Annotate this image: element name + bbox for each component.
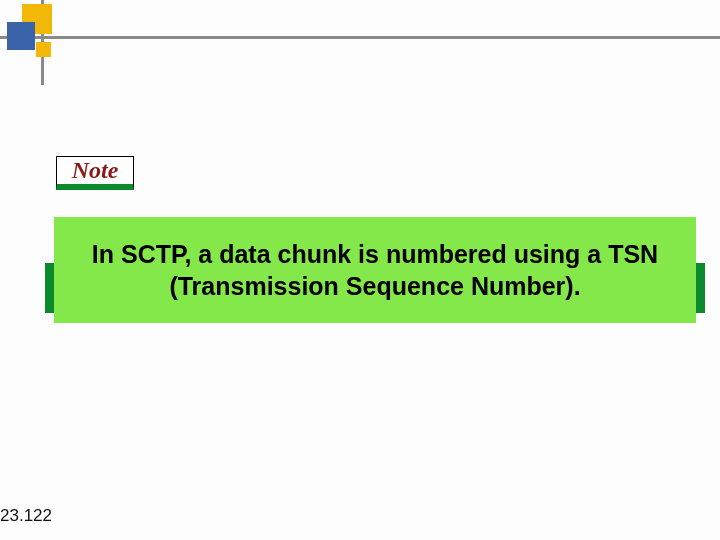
decorative-square-orange-small [36, 42, 51, 57]
decorative-square-blue [7, 22, 35, 50]
page-number: 23.122 [0, 506, 52, 526]
content-block: In SCTP, a data chunk is numbered using … [54, 217, 696, 323]
content-text: In SCTP, a data chunk is numbered using … [76, 238, 674, 303]
note-label: Note [72, 157, 119, 184]
note-box: Note [56, 156, 134, 190]
decorative-horizontal-line [0, 36, 720, 39]
